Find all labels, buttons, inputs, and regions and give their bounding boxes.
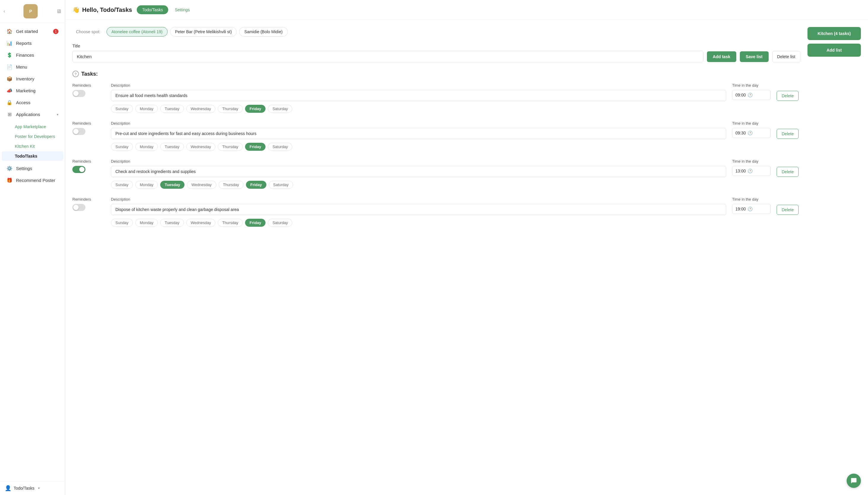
delete-list-button[interactable]: Delete list [772,51,800,62]
day-friday-4[interactable]: Friday [245,219,265,227]
sidebar-user[interactable]: 👤 Todo/Tasks ▾ [0,481,65,495]
day-sunday-3[interactable]: Sunday [111,181,133,189]
delete-task-button-4[interactable]: Delete [777,205,799,215]
main-body: Choose spot: Atonelee coffee (Atoneli 19… [65,20,868,495]
clock-icon-4: 🕐 [748,207,752,211]
day-thursday-1[interactable]: Thursday [218,105,243,113]
desc-label-1: Description [111,83,726,88]
content-left: Choose spot: Atonelee coffee (Atoneli 19… [72,27,800,488]
tasks-heading-text: Tasks: [81,71,98,77]
chevron-down-icon: ▾ [57,113,58,117]
title-label: Title [72,44,800,48]
reminder-toggle-1[interactable] [72,90,85,97]
sidebar-item-todo-tasks[interactable]: Todo/Tasks [2,151,63,161]
reminder-toggle-3[interactable] [72,166,85,173]
save-list-button[interactable]: Save list [740,51,769,62]
day-friday-2[interactable]: Friday [245,143,265,151]
time-input-1[interactable]: 09:00 🕐 [732,90,771,100]
sidebar-item-finances[interactable]: 💲 Finances [2,49,63,61]
day-saturday-2[interactable]: Saturday [268,143,292,151]
day-wednesday-3[interactable]: Wednesday [187,181,216,189]
day-tuesday-4[interactable]: Tuesday [160,219,184,227]
monitor-icon[interactable]: 🖥 [56,8,62,15]
day-monday-3[interactable]: Monday [135,181,158,189]
desc-input-4[interactable] [111,204,726,215]
day-tuesday-3[interactable]: Tuesday [160,181,185,189]
day-saturday-4[interactable]: Saturday [268,219,292,227]
time-label-1: Time in the day [732,83,771,88]
sidebar-item-get-started[interactable]: 🏠 Get started 1 [2,25,63,37]
chevron-down-icon: ▾ [38,486,40,490]
reminders-col-3: Reminders [72,159,105,173]
add-task-button[interactable]: Add task [707,51,736,62]
kitchen-tasks-button[interactable]: Kitchen (4 tasks) [808,27,861,40]
day-saturday-1[interactable]: Saturday [268,105,292,113]
inventory-icon: 📦 [6,76,13,82]
day-sunday-1[interactable]: Sunday [111,105,133,113]
title-input[interactable] [72,51,704,62]
day-wednesday-4[interactable]: Wednesday [186,219,215,227]
task-block-3: Reminders Description Time in the day 13… [72,159,800,189]
day-wednesday-1[interactable]: Wednesday [186,105,215,113]
desc-input-2[interactable] [111,128,726,139]
spot-tab-atonelee[interactable]: Atonelee coffee (Atoneli 19) [106,27,168,36]
desc-col-4: Description [111,197,726,215]
sidebar-item-reports[interactable]: 📊 Reports [2,37,63,49]
desc-label-4: Description [111,197,726,202]
reminder-toggle-2[interactable] [72,128,85,135]
tab-todo-tasks[interactable]: Todo/Tasks [137,5,168,14]
sidebar-item-label: Settings [16,166,32,171]
sidebar-item-label: Recommend Poster [16,178,55,183]
desc-input-1[interactable] [111,90,726,101]
tab-settings[interactable]: Settings [169,5,195,14]
delete-task-button-1[interactable]: Delete [777,91,799,101]
time-input-4[interactable]: 19:00 🕐 [732,204,771,214]
desc-label-2: Description [111,121,726,125]
day-sunday-4[interactable]: Sunday [111,219,133,227]
sidebar-item-applications[interactable]: ⊞ Applications ▾ [2,108,63,120]
back-icon[interactable]: ‹ [3,8,5,14]
spot-tab-samidie[interactable]: Samidie (Bolo Midie) [239,27,288,36]
reminders-label-4: Reminders [72,197,105,202]
tasks-heading: ? Tasks: [72,71,800,77]
spot-tab-peter-bar[interactable]: Peter Bar (Petre Melikishvili st) [170,27,237,36]
desc-input-3[interactable] [111,166,726,177]
day-monday-4[interactable]: Monday [135,219,158,227]
day-tuesday-1[interactable]: Tuesday [160,105,184,113]
day-sunday-2[interactable]: Sunday [111,143,133,151]
sidebar-item-access[interactable]: 🔒 Access [2,97,63,108]
sidebar-item-settings[interactable]: ⚙️ Settings [2,163,63,174]
time-input-2[interactable]: 09:30 🕐 [732,128,771,138]
help-icon: ? [72,71,79,77]
day-saturday-3[interactable]: Saturday [269,181,293,189]
day-friday-1[interactable]: Friday [245,105,265,113]
sidebar: ‹ P 🖥 🏠 Get started 1 📊 Reports 💲 Financ… [0,0,65,495]
sidebar-item-inventory[interactable]: 📦 Inventory [2,73,63,85]
day-thursday-2[interactable]: Thursday [218,143,243,151]
delete-col-4: Delete [777,197,800,215]
time-input-3[interactable]: 13:00 🕐 [732,166,771,176]
day-monday-1[interactable]: Monday [135,105,158,113]
day-monday-2[interactable]: Monday [135,143,158,151]
delete-task-button-2[interactable]: Delete [777,129,799,139]
sidebar-item-recommend[interactable]: 🎁 Recommend Poster [2,174,63,186]
sidebar-item-kitchen-kit[interactable]: Kitchen Kit [2,141,63,151]
day-tuesday-2[interactable]: Tuesday [160,143,184,151]
day-friday-3[interactable]: Friday [246,181,266,189]
day-wednesday-2[interactable]: Wednesday [186,143,215,151]
sidebar-item-menu[interactable]: 📄 Menu [2,61,63,73]
delete-task-button-3[interactable]: Delete [777,167,799,177]
sidebar-username: Todo/Tasks [14,486,34,491]
time-col-1: Time in the day 09:00 🕐 [732,83,771,100]
home-icon: 🏠 [6,29,13,34]
sidebar-item-poster-for-developers[interactable]: Poster for Developers [2,132,63,141]
days-row-1: Sunday Monday Tuesday Wednesday Thursday… [72,105,800,113]
day-thursday-4[interactable]: Thursday [218,219,243,227]
chat-bubble[interactable] [847,474,861,488]
add-list-button[interactable]: Add list [808,44,861,57]
delete-col-1: Delete [777,83,800,101]
day-thursday-3[interactable]: Thursday [219,181,244,189]
sidebar-item-marketing[interactable]: 📣 Marketing [2,85,63,97]
sidebar-item-app-marketplace[interactable]: App Marketplace [2,122,63,132]
reminder-toggle-4[interactable] [72,204,85,211]
